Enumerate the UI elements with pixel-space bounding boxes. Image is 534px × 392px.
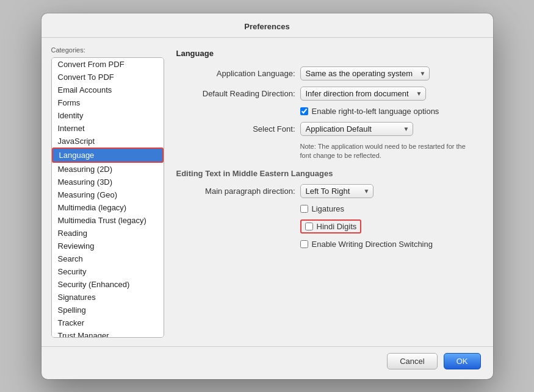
reading-direction-row: Default Reading Direction: Infer directi…	[176, 87, 478, 101]
sidebar-item-measuring-2d[interactable]: Measuring (2D)	[52, 163, 164, 176]
sidebar-item-measuring-geo[interactable]: Measuring (Geo)	[52, 188, 164, 201]
app-language-select[interactable]: Same as the operating system	[300, 66, 430, 80]
font-change-note: Note: The application would need to be r…	[300, 142, 478, 161]
sidebar-item-convert-from-pdf[interactable]: Convert From PDF	[52, 58, 164, 71]
hindi-digits-label[interactable]: Hindi Digits	[317, 222, 357, 231]
app-language-label: Application Language:	[176, 69, 295, 78]
sidebar-item-search[interactable]: Search	[52, 252, 164, 265]
section-title: Language	[176, 49, 478, 58]
sidebar: Categories: Convert From PDFConvert To P…	[51, 46, 164, 338]
paragraph-direction-label: Main paragraph direction:	[176, 187, 295, 196]
paragraph-direction-select-wrapper: Left To Right ▼	[300, 184, 373, 198]
select-font-select-wrapper: Application Default ▼	[300, 122, 413, 136]
sidebar-item-spelling[interactable]: Spelling	[52, 304, 164, 316]
sidebar-item-javascript[interactable]: JavaScript	[52, 135, 164, 148]
sidebar-item-reviewing[interactable]: Reviewing	[52, 240, 164, 252]
sidebar-label: Categories:	[51, 46, 164, 54]
app-language-row: Application Language: Same as the operat…	[176, 66, 478, 80]
paragraph-direction-select[interactable]: Left To Right	[300, 184, 373, 198]
paragraph-direction-row: Main paragraph direction: Left To Right …	[176, 184, 478, 198]
hindi-digits-highlight: Hindi Digits	[300, 219, 362, 233]
reading-direction-select[interactable]: Infer direction from document	[300, 87, 426, 101]
writing-direction-checkbox[interactable]	[300, 240, 308, 248]
sidebar-item-security[interactable]: Security	[52, 265, 164, 278]
enable-rtl-row: Enable right-to-left language options	[300, 107, 478, 116]
select-font-select[interactable]: Application Default	[300, 122, 413, 136]
hindi-digits-row: Hindi Digits	[300, 219, 478, 233]
cancel-button[interactable]: Cancel	[387, 353, 437, 369]
sidebar-item-multimedia-trust-legacy[interactable]: Multimedia Trust (legacy)	[52, 214, 164, 227]
sidebar-item-internet[interactable]: Internet	[52, 122, 164, 135]
ligatures-row: Ligatures	[300, 204, 478, 213]
sidebar-list[interactable]: Convert From PDFConvert To PDFEmail Acco…	[51, 57, 164, 338]
sidebar-item-email-accounts[interactable]: Email Accounts	[52, 84, 164, 96]
writing-direction-label[interactable]: Enable Writing Direction Switching	[312, 240, 433, 249]
sidebar-item-forms[interactable]: Forms	[52, 96, 164, 109]
dialog-body: Categories: Convert From PDFConvert To P…	[41, 38, 493, 346]
reading-direction-select-wrapper: Infer direction from document ▼	[300, 87, 426, 101]
editing-section-title: Editing Text in Middle Eastern Languages	[176, 169, 478, 178]
app-language-select-wrapper: Same as the operating system ▼	[300, 66, 430, 80]
sidebar-item-signatures[interactable]: Signatures	[52, 291, 164, 304]
sidebar-item-trust-manager[interactable]: Trust Manager	[52, 329, 164, 338]
enable-rtl-label[interactable]: Enable right-to-left language options	[312, 107, 439, 116]
sidebar-item-identity[interactable]: Identity	[52, 109, 164, 122]
sidebar-item-language[interactable]: Language	[52, 148, 164, 163]
select-font-label: Select Font:	[176, 124, 295, 134]
content-panel: Language Application Language: Same as t…	[171, 46, 483, 338]
hindi-digits-checkbox[interactable]	[305, 223, 313, 230]
writing-direction-row: Enable Writing Direction Switching	[300, 240, 478, 249]
preferences-dialog: Preferences Categories: Convert From PDF…	[41, 13, 493, 379]
sidebar-item-measuring-3d[interactable]: Measuring (3D)	[52, 176, 164, 188]
reading-direction-label: Default Reading Direction:	[176, 89, 295, 98]
dialog-footer: Cancel OK	[41, 346, 493, 379]
sidebar-item-security-enhanced[interactable]: Security (Enhanced)	[52, 278, 164, 291]
dialog-title: Preferences	[41, 13, 493, 38]
enable-rtl-checkbox[interactable]	[300, 107, 308, 115]
ok-button[interactable]: OK	[444, 353, 481, 369]
sidebar-item-tracker[interactable]: Tracker	[52, 316, 164, 329]
sidebar-item-reading[interactable]: Reading	[52, 227, 164, 240]
ligatures-label[interactable]: Ligatures	[312, 204, 344, 213]
ligatures-checkbox[interactable]	[300, 205, 308, 213]
sidebar-item-convert-to-pdf[interactable]: Convert To PDF	[52, 71, 164, 84]
select-font-row: Select Font: Application Default ▼	[176, 122, 478, 136]
sidebar-item-multimedia-legacy[interactable]: Multimedia (legacy)	[52, 201, 164, 214]
